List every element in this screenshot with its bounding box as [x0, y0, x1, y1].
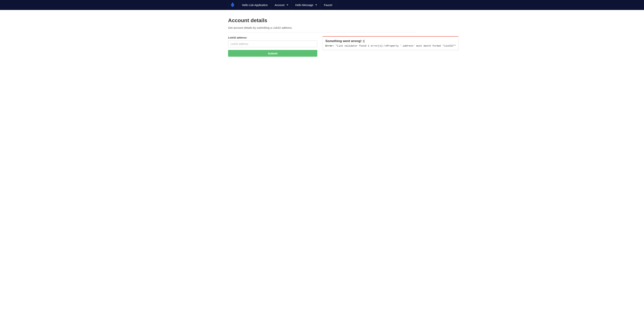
- navbar: Hello Lisk Application Account Hello Mes…: [0, 0, 644, 10]
- page-subtitle: Get account details by submitting a Lisk…: [228, 26, 416, 29]
- nav-hello-message-label: Hello Message: [295, 3, 313, 6]
- result-column: Something went wrong! :( Error: "Lisk va…: [322, 36, 458, 57]
- main-container: Account details Get account details by s…: [228, 10, 416, 57]
- nav-app-name-label: Hello Lisk Application: [242, 3, 268, 6]
- divider: [228, 32, 416, 32]
- address-input[interactable]: [228, 40, 317, 47]
- error-title: Something went wrong! :(: [323, 37, 458, 44]
- lisk-logo-icon: [230, 2, 235, 8]
- chevron-down-icon: [316, 4, 317, 5]
- submit-button[interactable]: Submit: [228, 50, 317, 57]
- nav-item-app-name[interactable]: Hello Lisk Application: [238, 0, 271, 10]
- app-logo[interactable]: [228, 0, 238, 10]
- error-card: Something went wrong! :( Error: "Lisk va…: [322, 36, 458, 50]
- page-title: Account details: [228, 17, 416, 23]
- error-message: "Lisk validator found 1 error[s]:\nPrope…: [334, 44, 415, 47]
- nav-faucet-label: Faucet: [324, 3, 332, 6]
- chevron-down-icon: [287, 4, 288, 5]
- nav-item-account[interactable]: Account: [271, 0, 292, 10]
- form-column: Lisk32 address: Submit: [228, 36, 317, 57]
- navbar-inner: Hello Lisk Application Account Hello Mes…: [228, 0, 416, 10]
- error-body[interactable]: Error: "Lisk validator found 1 error[s]:…: [323, 44, 458, 50]
- nav-item-hello-message[interactable]: Hello Message: [292, 0, 320, 10]
- nav-account-label: Account: [275, 3, 284, 6]
- address-label: Lisk32 address:: [228, 36, 317, 39]
- nav-item-faucet[interactable]: Faucet: [320, 0, 336, 10]
- content-row: Lisk32 address: Submit Something went wr…: [228, 36, 416, 57]
- error-prefix: Error:: [326, 44, 334, 47]
